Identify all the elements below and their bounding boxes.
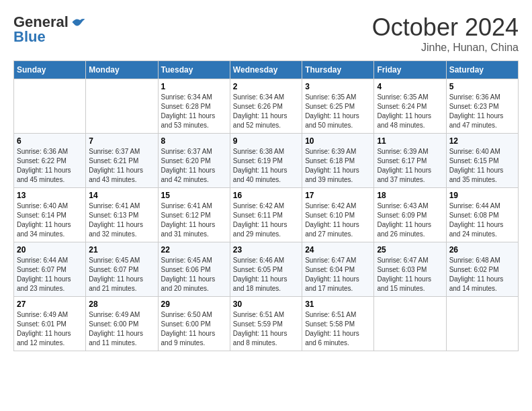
day-info: Sunrise: 6:45 AM Sunset: 6:06 PM Dayligh… xyxy=(161,256,227,293)
day-number: 17 xyxy=(305,191,371,200)
day-number: 19 xyxy=(449,191,515,200)
day-info: Sunrise: 6:36 AM Sunset: 6:22 PM Dayligh… xyxy=(17,147,83,185)
day-number: 8 xyxy=(161,136,227,146)
location-subtitle: Jinhe, Hunan, China xyxy=(372,42,519,54)
weekday-header-thursday: Thursday xyxy=(302,61,374,79)
day-number: 22 xyxy=(161,245,227,255)
day-info: Sunrise: 6:47 AM Sunset: 6:03 PM Dayligh… xyxy=(377,256,443,293)
day-info: Sunrise: 6:40 AM Sunset: 6:14 PM Dayligh… xyxy=(17,201,83,239)
day-info: Sunrise: 6:37 AM Sunset: 6:21 PM Dayligh… xyxy=(89,147,154,185)
day-number: 3 xyxy=(305,82,371,91)
calendar-cell: 11Sunrise: 6:39 AM Sunset: 6:17 PM Dayli… xyxy=(374,134,446,188)
day-number: 6 xyxy=(17,136,83,146)
calendar-cell xyxy=(446,297,518,351)
day-number: 16 xyxy=(233,191,299,200)
calendar-cell: 16Sunrise: 6:42 AM Sunset: 6:11 PM Dayli… xyxy=(230,188,302,242)
calendar-week-4: 20Sunrise: 6:44 AM Sunset: 6:07 PM Dayli… xyxy=(14,242,519,297)
day-info: Sunrise: 6:34 AM Sunset: 6:26 PM Dayligh… xyxy=(233,93,299,130)
day-number: 1 xyxy=(161,82,227,91)
calendar-table: SundayMondayTuesdayWednesdayThursdayFrid… xyxy=(13,60,519,351)
day-info: Sunrise: 6:37 AM Sunset: 6:20 PM Dayligh… xyxy=(161,147,227,185)
calendar-cell: 23Sunrise: 6:46 AM Sunset: 6:05 PM Dayli… xyxy=(230,242,302,297)
calendar-cell xyxy=(86,79,158,134)
calendar-cell: 9Sunrise: 6:38 AM Sunset: 6:19 PM Daylig… xyxy=(230,134,302,188)
day-number: 4 xyxy=(377,82,443,91)
title-block: October 2024 Jinhe, Hunan, China xyxy=(372,13,519,54)
day-number: 11 xyxy=(377,136,443,146)
calendar-cell: 31Sunrise: 6:51 AM Sunset: 5:58 PM Dayli… xyxy=(302,297,374,351)
calendar-cell: 4Sunrise: 6:35 AM Sunset: 6:24 PM Daylig… xyxy=(374,79,446,134)
calendar-week-2: 6Sunrise: 6:36 AM Sunset: 6:22 PM Daylig… xyxy=(14,134,519,188)
day-number: 10 xyxy=(305,136,371,146)
month-title: October 2024 xyxy=(372,13,519,42)
weekday-header-friday: Friday xyxy=(374,61,446,79)
day-number: 31 xyxy=(305,300,371,309)
calendar-cell: 29Sunrise: 6:50 AM Sunset: 6:00 PM Dayli… xyxy=(158,297,230,351)
calendar-cell: 7Sunrise: 6:37 AM Sunset: 6:21 PM Daylig… xyxy=(86,134,158,188)
calendar-cell: 1Sunrise: 6:34 AM Sunset: 6:28 PM Daylig… xyxy=(158,79,230,134)
logo-bird-icon xyxy=(71,16,86,28)
calendar-cell: 10Sunrise: 6:39 AM Sunset: 6:18 PM Dayli… xyxy=(302,134,374,188)
day-info: Sunrise: 6:41 AM Sunset: 6:12 PM Dayligh… xyxy=(161,201,227,239)
day-number: 27 xyxy=(17,300,83,309)
logo: General Blue xyxy=(13,13,86,46)
calendar-week-5: 27Sunrise: 6:49 AM Sunset: 6:01 PM Dayli… xyxy=(14,297,519,351)
day-info: Sunrise: 6:41 AM Sunset: 6:13 PM Dayligh… xyxy=(89,201,154,239)
calendar-cell: 27Sunrise: 6:49 AM Sunset: 6:01 PM Dayli… xyxy=(14,297,86,351)
day-info: Sunrise: 6:34 AM Sunset: 6:28 PM Dayligh… xyxy=(161,93,227,130)
day-info: Sunrise: 6:43 AM Sunset: 6:09 PM Dayligh… xyxy=(377,201,443,239)
day-number: 26 xyxy=(449,245,515,255)
day-number: 23 xyxy=(233,245,299,255)
day-info: Sunrise: 6:48 AM Sunset: 6:02 PM Dayligh… xyxy=(449,256,515,293)
day-info: Sunrise: 6:44 AM Sunset: 6:07 PM Dayligh… xyxy=(17,256,83,293)
weekday-header-wednesday: Wednesday xyxy=(230,61,302,79)
day-info: Sunrise: 6:44 AM Sunset: 6:08 PM Dayligh… xyxy=(449,201,515,239)
weekday-header-saturday: Saturday xyxy=(446,61,518,79)
day-number: 25 xyxy=(377,245,443,255)
calendar-cell: 28Sunrise: 6:49 AM Sunset: 6:00 PM Dayli… xyxy=(86,297,158,351)
calendar-cell: 5Sunrise: 6:36 AM Sunset: 6:23 PM Daylig… xyxy=(446,79,518,134)
page-header: General Blue October 2024 Jinhe, Hunan, … xyxy=(13,13,519,54)
day-info: Sunrise: 6:40 AM Sunset: 6:15 PM Dayligh… xyxy=(449,147,515,185)
day-info: Sunrise: 6:35 AM Sunset: 6:25 PM Dayligh… xyxy=(305,93,371,130)
day-info: Sunrise: 6:36 AM Sunset: 6:23 PM Dayligh… xyxy=(449,93,515,130)
calendar-cell: 21Sunrise: 6:45 AM Sunset: 6:07 PM Dayli… xyxy=(86,242,158,297)
weekday-header-sunday: Sunday xyxy=(14,61,86,79)
calendar-cell xyxy=(14,79,86,134)
logo-blue: Blue xyxy=(13,28,46,46)
calendar-cell xyxy=(374,297,446,351)
day-number: 29 xyxy=(161,300,227,309)
calendar-cell: 26Sunrise: 6:48 AM Sunset: 6:02 PM Dayli… xyxy=(446,242,518,297)
day-number: 28 xyxy=(89,300,154,309)
day-info: Sunrise: 6:42 AM Sunset: 6:10 PM Dayligh… xyxy=(305,201,371,239)
day-info: Sunrise: 6:50 AM Sunset: 6:00 PM Dayligh… xyxy=(161,310,227,348)
day-info: Sunrise: 6:39 AM Sunset: 6:18 PM Dayligh… xyxy=(305,147,371,185)
day-info: Sunrise: 6:35 AM Sunset: 6:24 PM Dayligh… xyxy=(377,93,443,130)
calendar-cell: 3Sunrise: 6:35 AM Sunset: 6:25 PM Daylig… xyxy=(302,79,374,134)
day-number: 9 xyxy=(233,136,299,146)
day-info: Sunrise: 6:39 AM Sunset: 6:17 PM Dayligh… xyxy=(377,147,443,185)
day-info: Sunrise: 6:38 AM Sunset: 6:19 PM Dayligh… xyxy=(233,147,299,185)
day-info: Sunrise: 6:51 AM Sunset: 5:58 PM Dayligh… xyxy=(305,310,371,348)
calendar-cell: 2Sunrise: 6:34 AM Sunset: 6:26 PM Daylig… xyxy=(230,79,302,134)
day-number: 7 xyxy=(89,136,154,146)
day-number: 14 xyxy=(89,191,154,200)
calendar-cell: 22Sunrise: 6:45 AM Sunset: 6:06 PM Dayli… xyxy=(158,242,230,297)
day-number: 15 xyxy=(161,191,227,200)
calendar-cell: 12Sunrise: 6:40 AM Sunset: 6:15 PM Dayli… xyxy=(446,134,518,188)
calendar-cell: 8Sunrise: 6:37 AM Sunset: 6:20 PM Daylig… xyxy=(158,134,230,188)
day-info: Sunrise: 6:46 AM Sunset: 6:05 PM Dayligh… xyxy=(233,256,299,293)
calendar-cell: 24Sunrise: 6:47 AM Sunset: 6:04 PM Dayli… xyxy=(302,242,374,297)
day-info: Sunrise: 6:47 AM Sunset: 6:04 PM Dayligh… xyxy=(305,256,371,293)
day-number: 30 xyxy=(233,300,299,309)
calendar-cell: 6Sunrise: 6:36 AM Sunset: 6:22 PM Daylig… xyxy=(14,134,86,188)
day-info: Sunrise: 6:45 AM Sunset: 6:07 PM Dayligh… xyxy=(89,256,154,293)
calendar-week-1: 1Sunrise: 6:34 AM Sunset: 6:28 PM Daylig… xyxy=(14,79,519,134)
calendar-cell: 18Sunrise: 6:43 AM Sunset: 6:09 PM Dayli… xyxy=(374,188,446,242)
weekday-header-tuesday: Tuesday xyxy=(158,61,230,79)
day-number: 18 xyxy=(377,191,443,200)
calendar-cell: 30Sunrise: 6:51 AM Sunset: 5:59 PM Dayli… xyxy=(230,297,302,351)
day-number: 13 xyxy=(17,191,83,200)
calendar-cell: 15Sunrise: 6:41 AM Sunset: 6:12 PM Dayli… xyxy=(158,188,230,242)
day-number: 20 xyxy=(17,245,83,255)
